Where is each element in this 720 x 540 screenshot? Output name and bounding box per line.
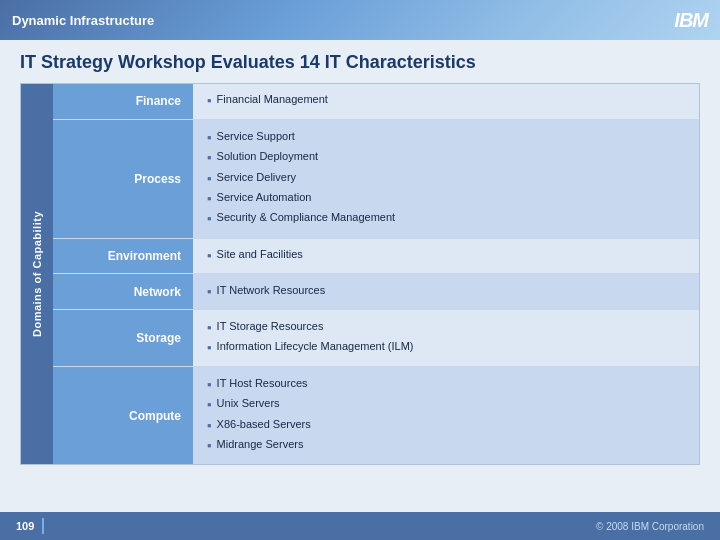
item-text: Security & Compliance Management — [217, 210, 396, 225]
footer-left: 109 — [16, 518, 52, 534]
item-text: X86-based Servers — [217, 417, 311, 432]
table-row: Finance ▪ Financial Management — [53, 84, 699, 119]
bullet-icon: ▪ — [207, 376, 212, 394]
category-finance: Finance — [53, 84, 193, 119]
list-item: ▪ Financial Management — [207, 92, 685, 110]
bullet-icon: ▪ — [207, 247, 212, 265]
item-text: Solution Deployment — [217, 149, 319, 164]
list-item: ▪ Service Delivery — [207, 170, 685, 188]
detail-network: ▪ IT Network Resources — [193, 274, 699, 310]
footer-copyright: © 2008 IBM Corporation — [596, 521, 704, 532]
detail-finance: ▪ Financial Management — [193, 84, 699, 119]
bullet-icon: ▪ — [207, 437, 212, 455]
item-text: IT Host Resources — [217, 376, 308, 391]
list-item: ▪ IT Network Resources — [207, 283, 685, 301]
bullet-icon: ▪ — [207, 170, 212, 188]
category-environment: Environment — [53, 238, 193, 274]
bullet-icon: ▪ — [207, 149, 212, 167]
table-row: Network ▪ IT Network Resources — [53, 274, 699, 310]
list-item: ▪ Information Lifecycle Management (ILM) — [207, 339, 685, 357]
header: Dynamic Infrastructure IBM — [0, 0, 720, 40]
item-text: Site and Facilities — [217, 247, 303, 262]
detail-storage: ▪ IT Storage Resources ▪ Information Lif… — [193, 310, 699, 367]
item-text: IT Storage Resources — [217, 319, 324, 334]
bullet-icon: ▪ — [207, 417, 212, 435]
list-item: ▪ Solution Deployment — [207, 149, 685, 167]
detail-process: ▪ Service Support ▪ Solution Deployment … — [193, 119, 699, 238]
detail-environment: ▪ Site and Facilities — [193, 238, 699, 274]
list-item: ▪ IT Storage Resources — [207, 319, 685, 337]
main-content: IT Strategy Workshop Evaluates 14 IT Cha… — [0, 40, 720, 473]
data-table: Finance ▪ Financial Management Process ▪… — [53, 84, 699, 464]
bullet-icon: ▪ — [207, 129, 212, 147]
vertical-label: Domains of Capability — [31, 211, 43, 337]
list-item: ▪ Service Automation — [207, 190, 685, 208]
bullet-icon: ▪ — [207, 92, 212, 110]
table-row: Process ▪ Service Support ▪ Solution Dep… — [53, 119, 699, 238]
category-process: Process — [53, 119, 193, 238]
header-title: Dynamic Infrastructure — [12, 13, 154, 28]
item-text: Financial Management — [217, 92, 328, 107]
bullet-icon: ▪ — [207, 339, 212, 357]
table-row: Environment ▪ Site and Facilities — [53, 238, 699, 274]
item-text: Unix Servers — [217, 396, 280, 411]
item-text: Service Automation — [217, 190, 312, 205]
vertical-label-col: Domains of Capability — [21, 84, 53, 464]
bullet-icon: ▪ — [207, 319, 212, 337]
item-text: Service Support — [217, 129, 295, 144]
list-item: ▪ Security & Compliance Management — [207, 210, 685, 228]
list-item: ▪ Unix Servers — [207, 396, 685, 414]
table-row: Storage ▪ IT Storage Resources ▪ Informa… — [53, 310, 699, 367]
list-item: ▪ Service Support — [207, 129, 685, 147]
ibm-logo: IBM — [674, 9, 708, 32]
bullet-icon: ▪ — [207, 210, 212, 228]
bullet-icon: ▪ — [207, 283, 212, 301]
item-text: Midrange Servers — [217, 437, 304, 452]
bullet-icon: ▪ — [207, 396, 212, 414]
bullet-icon: ▪ — [207, 190, 212, 208]
footer-page-number: 109 — [16, 520, 34, 532]
list-item: ▪ Midrange Servers — [207, 437, 685, 455]
list-item: ▪ Site and Facilities — [207, 247, 685, 265]
category-storage: Storage — [53, 310, 193, 367]
footer-divider — [42, 518, 44, 534]
item-text: Information Lifecycle Management (ILM) — [217, 339, 414, 354]
table-row: Compute ▪ IT Host Resources ▪ Unix Serve… — [53, 367, 699, 464]
list-item: ▪ IT Host Resources — [207, 376, 685, 394]
category-compute: Compute — [53, 367, 193, 464]
list-item: ▪ X86-based Servers — [207, 417, 685, 435]
category-network: Network — [53, 274, 193, 310]
detail-compute: ▪ IT Host Resources ▪ Unix Servers ▪ X86… — [193, 367, 699, 464]
footer: 109 © 2008 IBM Corporation — [0, 512, 720, 540]
item-text: IT Network Resources — [217, 283, 326, 298]
page-title: IT Strategy Workshop Evaluates 14 IT Cha… — [20, 52, 700, 73]
item-text: Service Delivery — [217, 170, 296, 185]
characteristics-table: Domains of Capability Finance ▪ Financia… — [20, 83, 700, 465]
